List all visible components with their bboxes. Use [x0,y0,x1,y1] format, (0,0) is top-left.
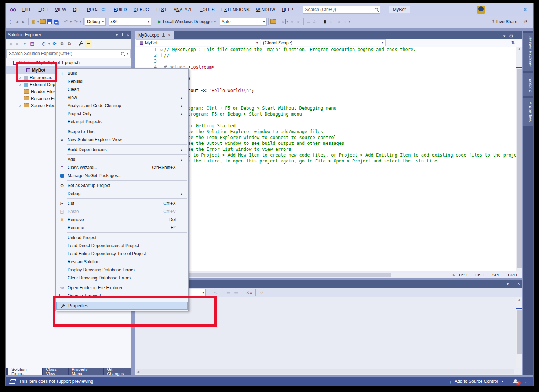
se-show-all-files-icon[interactable]: ⧉ [66,40,73,47]
comment-icon[interactable]: ≡ [305,18,312,25]
undo-dropdown[interactable]: ▾ [69,18,72,25]
side-tab-toolbox[interactable]: Toolbox [523,73,533,96]
save-all-icon[interactable] [53,18,59,25]
editor-horizontal-scrollbar[interactable] [182,273,450,277]
context-menu-item-scope-to-this[interactable]: Scope to This [56,128,188,136]
find-in-files-icon[interactable] [270,18,277,25]
panel-tab-property-mana-[interactable]: Property Mana... [69,368,103,375]
uncomment-icon[interactable]: ≢ [312,18,318,25]
debugger-target-dropdown[interactable]: ▾ [213,18,217,25]
next-message-icon[interactable]: ⇒ [233,289,240,296]
context-menu-item-set-as-startup-project[interactable]: ⚙Set as Startup Project [56,182,188,190]
solution-platform-icon[interactable]: ⌂ [280,19,286,24]
save-icon[interactable] [46,18,53,25]
add-to-source-control-button[interactable]: Add to Source Control [455,379,498,384]
se-filter-dropdown[interactable]: ▾ [48,40,51,47]
side-tab-properties[interactable]: Properties [523,98,533,125]
output-close-icon[interactable]: × [517,281,520,286]
navigate-forward-icon[interactable]: ► [20,18,27,25]
context-menu-item-debug[interactable]: Debug▸ [56,190,188,198]
new-project-dropdown[interactable]: ▾ [37,18,40,25]
menubar-item-extensions[interactable]: EXTENSIONS [218,6,253,13]
menubar-item-window[interactable]: WINDOW [253,6,278,13]
panel-menu-chevron-icon[interactable]: ▾ [116,33,118,37]
user-avatar[interactable] [477,6,485,14]
clear-bookmarks-icon[interactable]: ⇻ [342,18,348,25]
panel-tab-solution-explo-[interactable]: Solution Explo... [8,368,42,375]
se-collapse-all-icon[interactable]: ⧉ [59,40,65,47]
toolbar-overflow-dropdown[interactable]: ▾ [286,18,289,25]
tab-pin-icon[interactable] [162,33,165,37]
output-horizontal-scrollbar[interactable]: ◀ [136,369,514,374]
quick-search-input[interactable]: Search (Ctrl+Q) [303,6,380,14]
live-share-label[interactable]: Live Share [496,19,517,24]
code-editor[interactable]: 1⊟// MyBot.cpp : This file contains the … [135,47,516,271]
goto-message-icon[interactable]: ⇱ [212,289,219,296]
editor-settings-gear-icon[interactable]: ⚙ [509,33,513,39]
maximize-button[interactable]: □ [506,5,519,14]
live-share-icon[interactable]: ⤴ [490,18,496,25]
menubar-item-help[interactable]: HELP [278,6,296,13]
output-vertical-scrollbar[interactable]: ▲ [516,297,522,368]
panel-close-icon[interactable]: × [127,32,129,37]
open-file-icon[interactable] [40,18,46,25]
hscroll-thumb[interactable] [186,273,391,277]
scroll-up-arrow-icon[interactable]: ▲ [516,47,522,52]
context-menu-item-clean[interactable]: Clean [56,85,188,94]
menubar-item-file[interactable]: FILE [19,6,35,13]
redo-icon[interactable]: ↷ [72,18,79,25]
debugger-target-label[interactable]: Local Windows Debugger [163,19,213,24]
se-preview-selected-toggle[interactable] [85,40,92,47]
context-menu-item-unload-project[interactable]: Unload Project [56,234,188,242]
context-menu-item-rescan-solution[interactable]: Rescan Solution [56,258,188,266]
se-home-icon[interactable]: ⌂ [22,40,28,47]
start-debugging-icon[interactable]: ▶ [156,18,163,25]
panel-tab-class-view[interactable]: Class View [43,368,68,375]
menubar-item-tools[interactable]: TOOLS [197,6,218,13]
menubar-item-project[interactable]: PROJECT [84,6,111,13]
editor-scrollbar-thumb[interactable] [517,69,522,268]
context-menu-item-new-solution-explorer-view[interactable]: ⧉New Solution Explorer View [56,136,188,144]
menubar-item-build[interactable]: BUILD [111,6,130,13]
context-menu-item-project-only[interactable]: Project Only▸ [56,110,188,118]
context-menu-item-retarget-projects[interactable]: Retarget Projects [56,118,188,126]
context-menu-item-load-direct-dependencies-of-project[interactable]: Load Direct Dependencies of Project [56,242,188,250]
se-properties-wrench-icon[interactable] [77,40,84,47]
context-menu-item-build-dependencies[interactable]: Build Dependencies▸ [56,146,188,154]
menubar-item-debug[interactable]: DEBUG [130,6,152,13]
context-menu-item-add[interactable]: Add▸ [56,155,188,164]
next-bookmark-icon[interactable]: ⇥ [335,18,342,25]
context-menu-item-class-wizard-[interactable]: ⊞Class Wizard...Ctrl+Shift+X [56,164,188,172]
editor-vertical-scrollbar[interactable]: ▲ [516,47,522,271]
context-menu-item-rebuild[interactable]: Rebuild [56,77,188,85]
context-menu-item-rename[interactable]: IRenameF2 [56,224,188,232]
context-menu-item-analyze-and-code-cleanup[interactable]: Analyze and Code Cleanup▸ [56,102,188,110]
hscroll-right-arrow-icon[interactable]: ▶ [453,273,455,277]
menubar-item-edit[interactable]: EDIT [35,6,52,13]
se-search-dropdown[interactable]: ▾ [127,52,128,55]
previous-bookmark-icon[interactable]: ⇤ [328,18,335,25]
menubar-item-view[interactable]: VIEW [52,6,70,13]
panel-tab-git-changes[interactable]: Git Changes [104,368,131,375]
feedback-icon[interactable]: ẞ [522,18,529,25]
context-menu-item-display-browsing-database-errors[interactable]: Display Browsing Database Errors [56,266,188,274]
tab-close-icon[interactable]: × [168,33,171,38]
previous-message-icon[interactable]: ⇐ [225,289,232,296]
nav-scope-combo[interactable]: (Global Scope) ▾ [261,39,386,46]
document-tab-mybot-cpp[interactable]: MyBot.cpp × [135,31,174,39]
se-back-icon[interactable]: ◄ [7,40,14,47]
context-menu-item-manage-nuget-packages-[interactable]: Manage NuGet Packages... [56,172,188,180]
line-indent-decrease-icon[interactable]: ⫷ [289,18,295,25]
se-pending-changes-filter-icon[interactable]: ◷ [40,40,47,47]
menubar-item-git[interactable]: GIT [70,6,84,13]
output-pin-icon[interactable] [511,282,514,286]
output-scroll-up-icon[interactable]: ▲ [516,297,522,303]
clear-all-icon[interactable]: ✕≡ [246,289,252,296]
new-project-icon[interactable]: ▣ [30,18,37,25]
menubar-item-analyze[interactable]: ANALYZE [170,6,197,13]
se-forward-icon[interactable]: ► [14,40,21,47]
context-menu-item-load-entire-dependency-tree-of-project[interactable]: Load Entire Dependency Tree of Project [56,250,188,258]
bookmark-icon[interactable]: ▮ [322,18,328,25]
auto-combo[interactable]: Auto▾ [220,18,267,26]
context-menu-item-build[interactable]: ↧Build [56,69,188,77]
